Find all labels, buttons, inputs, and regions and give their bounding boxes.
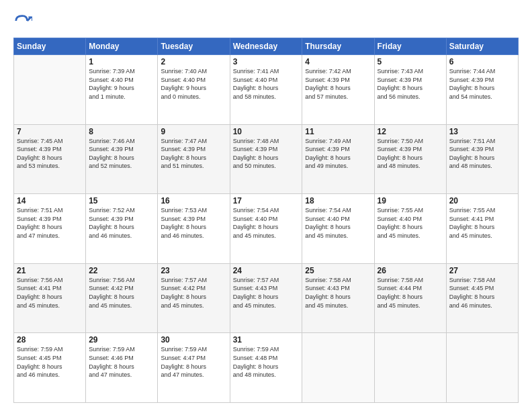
day-info: Sunrise: 7:54 AM Sunset: 4:40 PM Dayligh… [233,206,300,240]
calendar-cell: 16Sunrise: 7:53 AM Sunset: 4:39 PM Dayli… [158,194,230,264]
week-row-5: 28Sunrise: 7:59 AM Sunset: 4:45 PM Dayli… [14,333,519,403]
day-number: 8 [89,127,154,136]
calendar-cell: 14Sunrise: 7:51 AM Sunset: 4:39 PM Dayli… [14,194,86,264]
calendar-cell: 4Sunrise: 7:42 AM Sunset: 4:39 PM Daylig… [302,55,374,125]
day-info: Sunrise: 7:59 AM Sunset: 4:48 PM Dayligh… [233,345,300,379]
day-number: 13 [449,127,515,136]
header [13,12,519,31]
calendar-cell: 23Sunrise: 7:57 AM Sunset: 4:42 PM Dayli… [158,263,230,333]
day-number: 6 [449,57,515,66]
day-number: 7 [17,127,83,136]
weekday-header-saturday: Saturday [446,38,518,55]
day-number: 5 [378,57,443,66]
day-info: Sunrise: 7:56 AM Sunset: 4:42 PM Dayligh… [89,276,154,310]
page: SundayMondayTuesdayWednesdayThursdayFrid… [0,0,532,411]
calendar-cell: 18Sunrise: 7:54 AM Sunset: 4:40 PM Dayli… [302,194,374,264]
calendar-cell: 5Sunrise: 7:43 AM Sunset: 4:39 PM Daylig… [374,55,446,125]
day-info: Sunrise: 7:59 AM Sunset: 4:45 PM Dayligh… [17,345,83,379]
week-row-1: 1Sunrise: 7:39 AM Sunset: 4:40 PM Daylig… [14,55,519,125]
day-number: 1 [89,57,154,66]
calendar-cell: 1Sunrise: 7:39 AM Sunset: 4:40 PM Daylig… [86,55,158,125]
calendar-cell: 29Sunrise: 7:59 AM Sunset: 4:46 PM Dayli… [86,333,158,403]
calendar-cell: 28Sunrise: 7:59 AM Sunset: 4:45 PM Dayli… [14,333,86,403]
day-info: Sunrise: 7:55 AM Sunset: 4:40 PM Dayligh… [378,206,443,240]
day-number: 29 [89,335,154,345]
calendar-cell [446,333,518,403]
calendar-cell: 10Sunrise: 7:48 AM Sunset: 4:39 PM Dayli… [230,124,302,194]
day-info: Sunrise: 7:41 AM Sunset: 4:40 PM Dayligh… [233,67,300,101]
day-info: Sunrise: 7:53 AM Sunset: 4:39 PM Dayligh… [161,206,226,240]
day-info: Sunrise: 7:55 AM Sunset: 4:41 PM Dayligh… [449,206,515,240]
calendar-cell: 9Sunrise: 7:47 AM Sunset: 4:39 PM Daylig… [158,124,230,194]
day-info: Sunrise: 7:51 AM Sunset: 4:39 PM Dayligh… [17,206,83,240]
calendar-cell: 6Sunrise: 7:44 AM Sunset: 4:39 PM Daylig… [446,55,518,125]
logo-icon [13,12,32,31]
day-info: Sunrise: 7:45 AM Sunset: 4:39 PM Dayligh… [17,137,83,171]
calendar-cell [14,55,86,125]
day-number: 11 [305,127,371,136]
calendar-cell [374,333,446,403]
calendar-cell: 2Sunrise: 7:40 AM Sunset: 4:40 PM Daylig… [158,55,230,125]
day-number: 3 [233,57,300,66]
calendar-cell: 3Sunrise: 7:41 AM Sunset: 4:40 PM Daylig… [230,55,302,125]
day-number: 31 [233,335,300,345]
day-info: Sunrise: 7:47 AM Sunset: 4:39 PM Dayligh… [161,137,226,171]
day-info: Sunrise: 7:59 AM Sunset: 4:47 PM Dayligh… [161,345,226,379]
day-number: 15 [89,196,154,205]
day-number: 12 [378,127,443,136]
weekday-header-row: SundayMondayTuesdayWednesdayThursdayFrid… [14,38,519,55]
calendar-cell: 26Sunrise: 7:58 AM Sunset: 4:44 PM Dayli… [374,263,446,333]
day-number: 16 [161,196,226,205]
day-number: 17 [233,196,300,205]
day-number: 19 [378,196,443,205]
calendar-cell: 21Sunrise: 7:56 AM Sunset: 4:41 PM Dayli… [14,263,86,333]
day-number: 20 [449,196,515,205]
day-number: 14 [17,196,83,205]
day-info: Sunrise: 7:52 AM Sunset: 4:39 PM Dayligh… [89,206,154,240]
day-number: 21 [17,266,83,275]
calendar-cell [302,333,374,403]
day-info: Sunrise: 7:46 AM Sunset: 4:39 PM Dayligh… [89,137,154,171]
day-number: 24 [233,266,300,275]
day-info: Sunrise: 7:57 AM Sunset: 4:42 PM Dayligh… [161,276,226,310]
weekday-header-thursday: Thursday [302,38,374,55]
weekday-header-wednesday: Wednesday [230,38,302,55]
day-info: Sunrise: 7:57 AM Sunset: 4:43 PM Dayligh… [233,276,300,310]
day-info: Sunrise: 7:40 AM Sunset: 4:40 PM Dayligh… [161,67,226,101]
calendar-cell: 22Sunrise: 7:56 AM Sunset: 4:42 PM Dayli… [86,263,158,333]
day-info: Sunrise: 7:59 AM Sunset: 4:46 PM Dayligh… [89,345,154,379]
calendar-cell: 12Sunrise: 7:50 AM Sunset: 4:39 PM Dayli… [374,124,446,194]
day-info: Sunrise: 7:58 AM Sunset: 4:44 PM Dayligh… [378,276,443,310]
week-row-3: 14Sunrise: 7:51 AM Sunset: 4:39 PM Dayli… [14,194,519,264]
day-info: Sunrise: 7:44 AM Sunset: 4:39 PM Dayligh… [449,67,515,101]
day-info: Sunrise: 7:58 AM Sunset: 4:45 PM Dayligh… [449,276,515,310]
day-info: Sunrise: 7:48 AM Sunset: 4:39 PM Dayligh… [233,137,300,171]
week-row-4: 21Sunrise: 7:56 AM Sunset: 4:41 PM Dayli… [14,263,519,333]
calendar-cell: 7Sunrise: 7:45 AM Sunset: 4:39 PM Daylig… [14,124,86,194]
calendar-cell: 17Sunrise: 7:54 AM Sunset: 4:40 PM Dayli… [230,194,302,264]
day-number: 22 [89,266,154,275]
calendar: SundayMondayTuesdayWednesdayThursdayFrid… [13,38,519,403]
day-number: 4 [305,57,371,66]
day-info: Sunrise: 7:49 AM Sunset: 4:39 PM Dayligh… [305,137,371,171]
day-number: 23 [161,266,226,275]
weekday-header-monday: Monday [86,38,158,55]
day-number: 18 [305,196,371,205]
day-number: 27 [449,266,515,275]
day-number: 25 [305,266,371,275]
day-info: Sunrise: 7:42 AM Sunset: 4:39 PM Dayligh… [305,67,371,101]
calendar-cell: 8Sunrise: 7:46 AM Sunset: 4:39 PM Daylig… [86,124,158,194]
day-info: Sunrise: 7:51 AM Sunset: 4:39 PM Dayligh… [449,137,515,171]
day-number: 10 [233,127,300,136]
day-info: Sunrise: 7:43 AM Sunset: 4:39 PM Dayligh… [378,67,443,101]
day-info: Sunrise: 7:39 AM Sunset: 4:40 PM Dayligh… [89,67,154,101]
weekday-header-tuesday: Tuesday [158,38,230,55]
day-number: 9 [161,127,226,136]
day-number: 30 [161,335,226,345]
day-number: 28 [17,335,83,345]
calendar-cell: 15Sunrise: 7:52 AM Sunset: 4:39 PM Dayli… [86,194,158,264]
day-info: Sunrise: 7:56 AM Sunset: 4:41 PM Dayligh… [17,276,83,310]
calendar-cell: 24Sunrise: 7:57 AM Sunset: 4:43 PM Dayli… [230,263,302,333]
calendar-cell: 25Sunrise: 7:58 AM Sunset: 4:43 PM Dayli… [302,263,374,333]
calendar-cell: 30Sunrise: 7:59 AM Sunset: 4:47 PM Dayli… [158,333,230,403]
